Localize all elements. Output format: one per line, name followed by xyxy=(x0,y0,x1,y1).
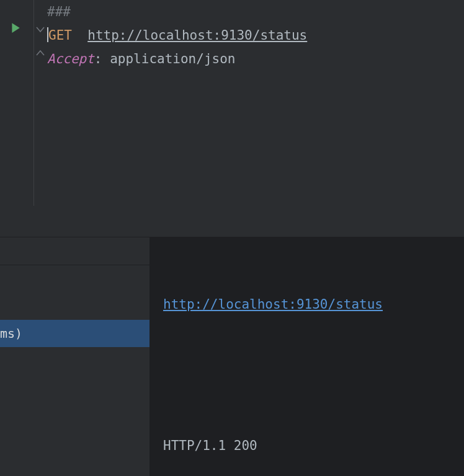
tree-row[interactable] xyxy=(0,293,149,320)
run-request-icon[interactable] xyxy=(10,22,21,33)
response-status: HTTP/1.1 200 xyxy=(163,434,450,457)
panel-divider[interactable] xyxy=(0,206,464,237)
code-line[interactable]: Accept: application/json xyxy=(47,47,464,71)
editor-pane[interactable]: ### GET http://localhost:9130/status Acc… xyxy=(0,0,464,206)
response-url[interactable]: http://localhost:9130/status xyxy=(163,297,383,312)
tree-row[interactable] xyxy=(0,237,149,265)
text-caret xyxy=(47,27,48,42)
code-line[interactable]: GET http://localhost:9130/status xyxy=(47,24,464,47)
http-method: GET xyxy=(48,28,72,43)
response-url-line: http://localhost:9130/status xyxy=(163,293,450,316)
fold-column xyxy=(36,0,46,206)
services-tool-window: ms) http://localhost:9130/status HTTP/1.… xyxy=(0,237,464,476)
header-colon: : xyxy=(94,51,102,66)
header-value: application/json xyxy=(110,51,235,66)
fold-end-icon xyxy=(36,48,45,58)
code-content[interactable]: ### GET http://localhost:9130/status Acc… xyxy=(47,0,464,71)
code-line[interactable]: ### xyxy=(47,0,464,24)
tree-row[interactable] xyxy=(0,265,149,293)
blank-line xyxy=(163,363,450,387)
header-name: Accept xyxy=(47,51,94,66)
fold-toggle-icon[interactable] xyxy=(36,25,45,35)
request-history-tree[interactable]: ms) xyxy=(0,237,149,476)
tree-item-label: ms) xyxy=(0,326,22,341)
tree-row-selected[interactable]: ms) xyxy=(0,320,149,347)
request-separator: ### xyxy=(47,4,71,19)
gutter xyxy=(0,0,35,206)
request-url[interactable]: http://localhost:9130/status xyxy=(87,28,307,43)
response-viewer[interactable]: http://localhost:9130/status HTTP/1.1 20… xyxy=(149,237,464,476)
indent-guide xyxy=(33,0,34,206)
